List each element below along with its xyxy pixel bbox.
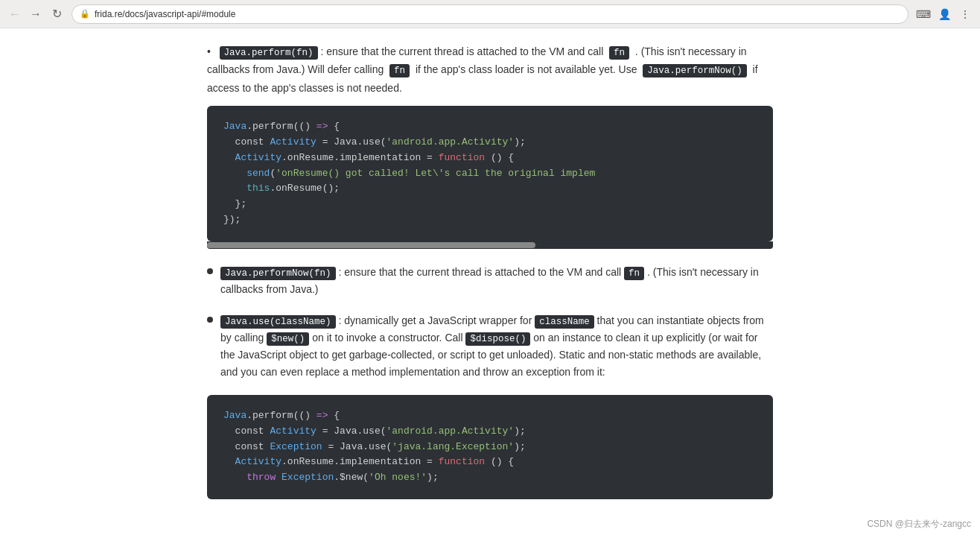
bullet2-text3: on it to invoke a constructor. Call [312,332,465,344]
code-content-1: Java.perform(() => { const Activity = Ja… [223,119,757,228]
top-text-3: if the app's class loader is not availab… [416,63,637,75]
page-content: • Java.perform(fn) : ensure that the cur… [0,28,980,538]
nav-buttons: ← → ↻ [6,5,66,23]
code-block-1: Java.perform(() => { const Activity = Ja… [207,106,773,241]
bullet-dot-2 [207,317,213,323]
content-area: • Java.perform(fn) : ensure that the cur… [192,43,788,499]
address-bar[interactable]: 🔒 frida.re/docs/javascript-api/#module [71,4,909,24]
java-perform-code: Java.perform(fn) [220,46,318,60]
watermark: CSDN @归去来兮-zangcc [867,518,971,531]
dispose-code: $dispose() [465,332,530,346]
profile-button[interactable]: 👤 [935,5,953,23]
bullet2-text1: : dynamically get a JavaScript wrapper f… [338,314,535,326]
java-use-code: Java.use(className) [220,315,336,329]
code-content-2: Java.perform(() => { const Activity = Ja… [223,408,757,486]
bullet-item-1: Java.performNow(fn) : ensure that the cu… [207,264,773,297]
forward-button[interactable]: → [27,5,45,23]
url-text: frida.re/docs/javascript-api/#module [95,9,235,19]
browser-chrome: ← → ↻ 🔒 frida.re/docs/javascript-api/#mo… [0,0,980,28]
browser-toolbar-icons: ⌨ 👤 ⋮ [914,5,974,23]
watermark-text: CSDN @归去来兮-zangcc [867,519,971,529]
menu-button[interactable]: ⋮ [956,5,974,23]
extensions-button[interactable]: ⌨ [914,5,932,23]
lock-icon: 🔒 [80,9,90,19]
code-block-2: Java.perform(() => { const Activity = Ja… [207,395,773,499]
fn-code-1: fn [609,46,629,60]
java-perform-now-fn-code: Java.performNow(fn) [220,267,336,280]
new-code: $new() [267,332,309,346]
back-button[interactable]: ← [6,5,24,23]
bullet-marker-top: • [207,45,211,57]
bullet1-text1: : ensure that the current thread is atta… [338,266,624,278]
top-paragraph: • Java.perform(fn) : ensure that the cur… [207,43,773,97]
classname-code: className [535,315,594,329]
reload-button[interactable]: ↻ [48,5,66,23]
bullet-dot-1 [207,268,213,274]
bullet-item-2: Java.use(className) : dynamically get a … [207,312,773,380]
java-perform-now-code: Java.performNow() [643,64,747,77]
fn-code-2: fn [389,64,410,77]
bullet-section: Java.performNow(fn) : ensure that the cu… [207,264,773,380]
top-text-1: : ensure that the current thread is atta… [321,45,604,57]
bullet-text-2: Java.use(className) : dynamically get a … [220,312,773,380]
bullet-text-1: Java.performNow(fn) : ensure that the cu… [220,264,773,297]
code-scrollbar-1[interactable] [207,241,773,249]
scrollbar-thumb-1 [207,242,535,248]
bullet1-fn-code: fn [624,267,644,280]
